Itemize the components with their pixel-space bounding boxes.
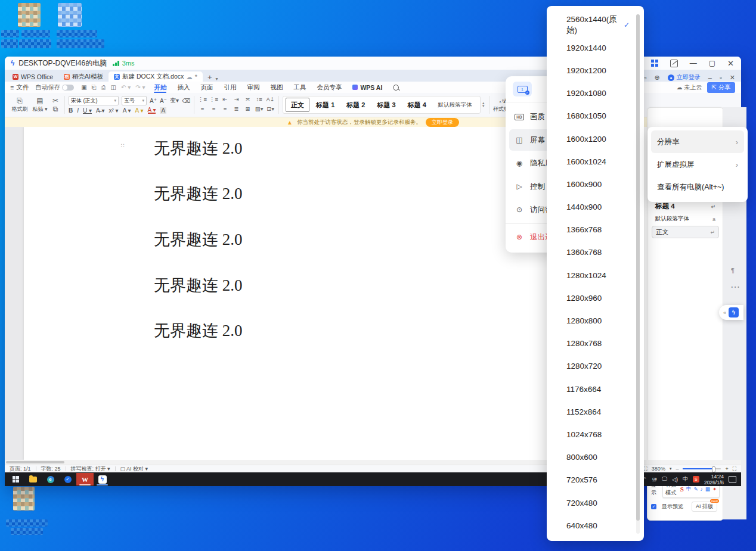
sort-icon[interactable]: A⇣ [266, 96, 275, 104]
justify-icon[interactable]: ≣ [232, 105, 241, 114]
maximize-icon[interactable]: ▢ [709, 59, 715, 67]
print-preview-icon[interactable]: ◫ [111, 84, 116, 91]
autosave-toggle[interactable] [62, 85, 74, 91]
resolution-option[interactable]: 1360x768 [547, 241, 644, 264]
zoom-chevron-icon[interactable]: ▾ [670, 466, 672, 471]
phonetic-guide-icon[interactable]: A ▾ [123, 107, 131, 114]
cloud-status-chip[interactable]: ☁未上云 [677, 83, 702, 92]
settings-icon[interactable]: ⊕ [655, 74, 660, 82]
resolution-option[interactable]: 1920x1080 [547, 82, 644, 105]
tray-network-icon[interactable]: 🖵 [662, 476, 667, 482]
shading-icon[interactable]: ▨▾ [255, 105, 264, 114]
font-name-combobox[interactable]: 宋体 (正文)▾ [69, 96, 119, 105]
share-button[interactable]: ⇱分享 [707, 82, 735, 93]
tray-sogou-icon[interactable]: S [693, 476, 699, 482]
tray-ime-indicator[interactable]: 中 [683, 475, 688, 483]
wps-close-icon[interactable]: ✕ [730, 74, 735, 82]
tray-volume-icon[interactable]: ◁) [672, 477, 678, 482]
redo-icon[interactable]: ↷ ▾ [135, 84, 145, 91]
resolution-option[interactable]: 1280x720 [547, 355, 644, 378]
resolution-option[interactable]: 1280x1024 [547, 264, 644, 287]
menu-tab[interactable]: 引用 [218, 82, 241, 93]
resolution-option[interactable]: 2560x1440(原始)✓ [547, 14, 644, 36]
line-spacing-icon[interactable]: ↕≡ [255, 96, 264, 104]
style-item-default-font[interactable]: 默认段落字体a [652, 213, 719, 225]
screen-selector-chip[interactable]: 1 [513, 82, 532, 96]
superscript-icon[interactable]: x² ▾ [109, 107, 119, 114]
login-now-button[interactable]: 立即登录 [426, 118, 459, 127]
zoom-in-icon[interactable]: + [725, 466, 728, 472]
increase-indent-icon[interactable]: ⇥ [232, 96, 241, 104]
style-gallery-item[interactable]: 默认段落字体 [433, 98, 478, 112]
menu-tab[interactable]: 审阅 [241, 82, 265, 93]
document-text-line[interactable]: 无界趣连 2.0 [154, 138, 243, 159]
ai-proofread-button[interactable]: ▢ AI 校对 ▾ [120, 465, 148, 473]
align-left-icon[interactable]: ≡ [198, 105, 207, 114]
submenu-item-resolution[interactable]: 分辨率› [651, 130, 744, 153]
tab-wps-office[interactable]: W WPS Office [7, 71, 58, 82]
resolution-option[interactable]: 1024x768 [547, 423, 644, 446]
blurred-desktop-icon[interactable] [58, 3, 82, 27]
start-button[interactable] [7, 473, 24, 485]
style-gallery-item[interactable]: 标题 2 [341, 98, 370, 112]
zoom-value[interactable]: 380% [652, 466, 665, 472]
menu-tab[interactable]: 视图 [265, 82, 288, 93]
fit-page-icon[interactable]: ⛶ [644, 466, 647, 472]
fullscreen-icon[interactable]: ⛶ [733, 466, 736, 472]
ribbon-search[interactable] [388, 82, 404, 93]
print-icon[interactable]: ⎙ [101, 84, 106, 91]
document-text-line[interactable]: 无界趣连 2.0 [154, 320, 243, 341]
copy-icon[interactable]: ⧉ [53, 105, 58, 113]
strikethrough-icon[interactable]: A̶ ▾ [96, 107, 104, 114]
menu-tab[interactable]: 插入 [172, 82, 195, 93]
menu-file[interactable]: ≡文件 [5, 82, 34, 93]
resolution-option[interactable]: 1366x768 [547, 219, 644, 241]
ime-pen-icon[interactable]: ✎ [693, 486, 698, 492]
apps-grid-icon[interactable] [651, 60, 658, 67]
ai-typeset-pane-button[interactable]: AI 排版new [692, 502, 717, 512]
format-painter-button[interactable]: ⎘格式刷 [10, 97, 30, 113]
resolution-option[interactable]: 1280x768 [547, 332, 644, 355]
menu-tab[interactable]: 工具 [288, 82, 311, 93]
scrollbar-thumb[interactable] [636, 14, 640, 521]
export-pdf-icon[interactable]: ⎗ [92, 84, 97, 91]
italic-icon[interactable]: I [77, 107, 79, 114]
zoom-slider-knob[interactable] [712, 466, 715, 472]
wps-minimize-icon[interactable]: – [708, 74, 712, 81]
resolution-option[interactable]: 1176x664 [547, 378, 644, 400]
underline-icon[interactable]: U ▾ [83, 107, 92, 114]
zoom-out-icon[interactable]: – [676, 466, 678, 472]
show-preview-checkbox[interactable]: ✓ [651, 504, 656, 509]
pinned-app-button[interactable]: ✓ [59, 473, 76, 485]
tab-list-chevron-icon[interactable]: ▾ [215, 76, 218, 82]
remote-app-taskbar-button[interactable]: ϟ [94, 473, 111, 485]
menu-tab[interactable]: 会员专享 [311, 82, 347, 93]
resolution-option[interactable]: 1680x1050 [547, 105, 644, 127]
document-text-line[interactable]: 无界趣连 2.0 [154, 275, 243, 296]
font-color-icon[interactable]: A ▾ [148, 107, 156, 114]
spellcheck-status[interactable]: 拼写检查: 打开 ▾ [71, 465, 110, 473]
undo-icon[interactable]: ↶ ▾ [121, 84, 131, 91]
ime-cn-icon[interactable]: 中 [686, 485, 692, 493]
action-center-icon[interactable] [729, 476, 736, 483]
remote-toolbar-collapse-pill[interactable]: « ϟ [719, 305, 743, 320]
menu-tab[interactable]: 开始 [148, 82, 172, 93]
highlight-color-icon[interactable]: A ▾ [135, 107, 144, 114]
blurred-desktop-icon[interactable] [18, 3, 41, 27]
decrease-indent-icon[interactable]: ⇤ [221, 96, 230, 104]
document-text-line[interactable]: 无界趣连 2.0 [154, 229, 243, 250]
align-right-icon[interactable]: ≡ [221, 105, 230, 114]
login-chip[interactable]: ● 立即登录 [668, 73, 701, 82]
save-icon[interactable]: ▣ [81, 84, 86, 91]
submenu-item-extend-virtual-screen[interactable]: 扩展虚拟屏› [651, 153, 744, 176]
resolution-option[interactable]: 800x600 [547, 446, 644, 469]
tab-document[interactable]: 文 新建 DOCX 文档.docx ☁ * [109, 71, 203, 82]
scrollbar-thumb[interactable] [6, 461, 64, 463]
numbering-icon[interactable]: ⋮≡ [209, 96, 218, 104]
ime-keyboard-icon[interactable]: ▦ [705, 486, 710, 492]
close-icon[interactable]: ✕ [727, 59, 734, 68]
style-item-body-text[interactable]: 正文↵ [652, 226, 719, 238]
style-gallery-item[interactable]: 标题 4 [402, 98, 432, 112]
dropdown-scrollbar[interactable] [636, 14, 640, 534]
file-explorer-button[interactable] [24, 473, 42, 485]
